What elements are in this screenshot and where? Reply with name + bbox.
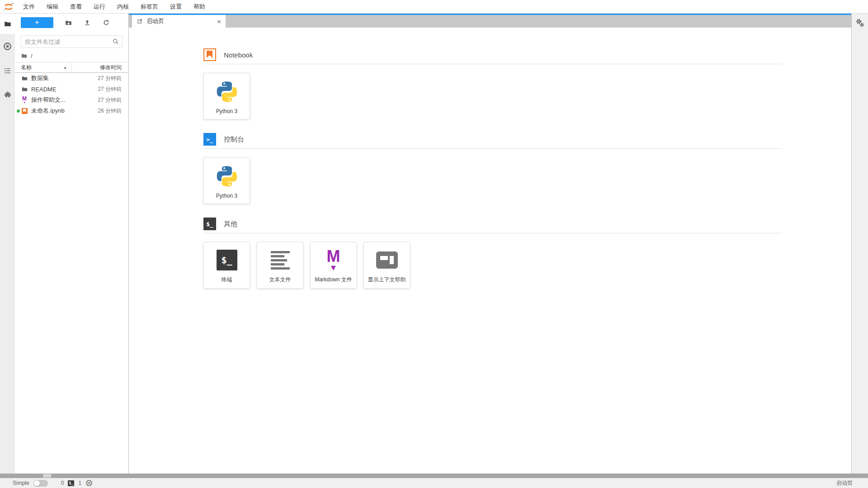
markdown-icon: M ▼ [327,248,340,272]
column-name-label: 名称 [21,64,32,71]
kernel-chip-icon[interactable] [85,479,93,487]
folder-icon [4,20,12,28]
file-list: 数据集 27 分钟前 README 27 分钟前 M ▼ [15,73,128,474]
main-body: + [0,14,868,474]
tab-label: 启动页 [146,17,164,25]
upload-button[interactable] [78,17,97,28]
launcher-section-notebook: Notebook [203,48,782,119]
section-divider [203,233,782,233]
menu-run[interactable]: 运行 [88,0,111,14]
card-label: Python 3 [216,108,237,114]
console-icon: >_ [203,133,216,146]
sort-ascending-icon: ▲ [63,66,67,70]
horizontal-scrollbar-thumb[interactable] [43,474,51,478]
menu-settings[interactable]: 设置 [164,0,188,14]
launcher-card-text-file[interactable]: 文本文件 [257,242,303,289]
file-row-readme[interactable]: README 27 分钟前 [15,84,128,95]
notebook-icon [203,48,216,61]
file-row-untitled-notebook[interactable]: 未命名.ipynb 26 分钟前 [15,105,128,116]
card-label: Markdown 文件 [315,276,352,284]
sidebar-tab-table-of-contents[interactable] [0,58,15,83]
launcher-section-console: >_ 控制台 [203,133,782,204]
python-logo-icon [215,73,239,108]
column-header-modified[interactable]: 修改时间 [71,62,128,72]
launcher-section-other: $_ 其他 $_ 终端 [203,218,782,289]
launcher: Notebook [129,28,851,474]
terminal-icon[interactable]: $_ [68,480,74,486]
card-label: 显示上下文帮助 [368,276,406,284]
markdown-icon: M ▼ [21,96,28,104]
status-bar: Simple 0 $_ 1 启动页 [0,478,868,488]
new-folder-button[interactable] [59,17,78,28]
menu-bar: 文件 编辑 查看 运行 内核 标签页 设置 帮助 [0,0,868,14]
sidebar-tab-extensions[interactable] [0,83,15,107]
terminal-icon: $_ [217,250,237,270]
card-label: 终端 [222,276,232,284]
new-folder-icon [65,19,72,27]
file-row-dataset[interactable]: 数据集 27 分钟前 [15,73,128,84]
notebook-icon [21,108,28,114]
current-tab-status: 启动页 [836,479,853,487]
simple-mode-label: Simple [13,480,29,486]
launcher-card-context-help[interactable]: 显示上下文帮助 [363,242,410,289]
folder-icon [21,86,28,93]
tab-bar: 启动页 × [129,14,851,28]
file-name: README [31,86,88,93]
file-list-header: 名称 ▲ 修改时间 [15,62,128,73]
menu-help[interactable]: 帮助 [188,0,211,14]
upload-icon [84,19,91,26]
file-row-help-doc[interactable]: M ▼ 操作帮助文... 27 分钟前 [15,95,128,105]
running-kernels-icon [3,42,12,51]
file-name: 未命名.ipynb [31,107,88,115]
section-divider [203,148,782,149]
folder-icon [21,75,28,82]
file-name: 操作帮助文... [31,96,88,104]
bottom-edge [0,474,868,478]
menu-edit[interactable]: 编辑 [41,0,64,14]
file-filter [21,35,123,48]
search-icon [112,38,119,45]
close-icon[interactable]: × [217,18,221,25]
section-divider [203,64,782,64]
file-modified: 27 分钟前 [88,96,128,104]
refresh-icon [103,19,110,26]
tab-launcher[interactable]: 启动页 × [132,15,226,28]
column-header-name[interactable]: 名称 ▲ [15,62,71,72]
menu-view[interactable]: 查看 [64,0,88,14]
table-of-contents-icon [4,67,11,75]
jupyterlab-app: 文件 编辑 查看 运行 内核 标签页 设置 帮助 [0,0,868,488]
launcher-card-terminal[interactable]: $_ 终端 [203,242,250,289]
file-browser-panel: + [15,14,129,474]
section-title: Notebook [224,51,253,59]
new-launcher-button[interactable]: + [21,17,53,28]
file-filter-input[interactable] [21,35,123,48]
file-modified: 27 分钟前 [88,85,128,93]
terminals-count: 0 [61,480,64,486]
kernels-count: 1 [78,480,81,486]
breadcrumb[interactable]: / [15,48,128,62]
refresh-button[interactable] [97,17,116,28]
extensions-icon [4,91,12,99]
sidebar-tab-running-kernels[interactable] [0,34,15,58]
dock-panel: 启动页 × Notebook [129,14,851,474]
file-modified: 27 分钟前 [88,75,128,82]
simple-mode-toggle[interactable] [33,480,48,487]
launcher-card-markdown-file[interactable]: M ▼ Markdown 文件 [310,242,357,289]
launcher-card-notebook-python3[interactable]: Python 3 [203,73,250,119]
settings-gears-icon[interactable] [855,18,865,28]
breadcrumb-root: / [31,52,33,59]
menu-file[interactable]: 文件 [17,0,41,14]
card-label: 文本文件 [269,276,291,284]
menu-kernel[interactable]: 内核 [111,0,135,14]
context-help-icon [376,251,398,269]
card-label: Python 3 [216,193,237,199]
launcher-card-console-python3[interactable]: Python 3 [203,157,250,204]
python-logo-icon [215,158,239,193]
folder-icon [21,52,28,59]
activity-bar [0,14,15,474]
sidebar-tab-file-browser[interactable] [0,14,15,34]
text-file-icon [271,250,290,270]
file-modified: 26 分钟前 [88,107,128,115]
launcher-icon [137,18,143,24]
menu-tabs[interactable]: 标签页 [135,0,164,14]
